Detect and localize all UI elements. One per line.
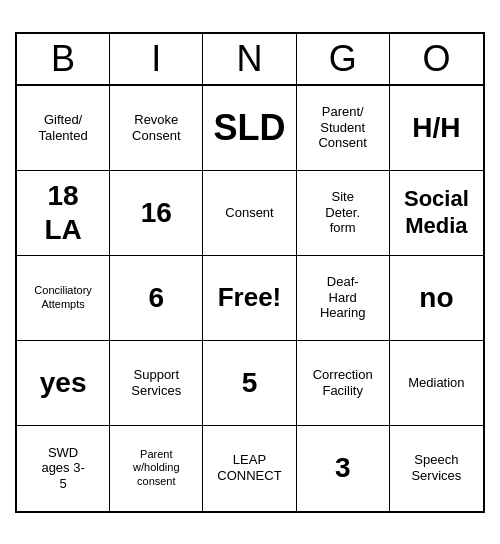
header-letter-O: O bbox=[390, 34, 483, 84]
bingo-cell-11: 6 bbox=[110, 256, 203, 341]
bingo-cell-6: 16 bbox=[110, 171, 203, 256]
header-letter-G: G bbox=[297, 34, 390, 84]
bingo-cell-5: 18LA bbox=[17, 171, 110, 256]
bingo-cell-21: Parentw/holdingconsent bbox=[110, 426, 203, 511]
header-letter-N: N bbox=[203, 34, 296, 84]
bingo-header: BINGO bbox=[17, 34, 483, 86]
bingo-cell-17: 5 bbox=[203, 341, 296, 426]
header-letter-B: B bbox=[17, 34, 110, 84]
bingo-cell-18: CorrectionFacility bbox=[297, 341, 390, 426]
bingo-cell-12: Free! bbox=[203, 256, 296, 341]
bingo-cell-9: SocialMedia bbox=[390, 171, 483, 256]
bingo-grid: Gifted/TalentedRevokeConsentSLDParent/St… bbox=[17, 86, 483, 511]
bingo-cell-15: yes bbox=[17, 341, 110, 426]
bingo-cell-1: RevokeConsent bbox=[110, 86, 203, 171]
bingo-cell-14: no bbox=[390, 256, 483, 341]
bingo-cell-22: LEAPCONNECT bbox=[203, 426, 296, 511]
bingo-cell-20: SWDages 3-5 bbox=[17, 426, 110, 511]
bingo-cell-23: 3 bbox=[297, 426, 390, 511]
bingo-cell-4: H/H bbox=[390, 86, 483, 171]
bingo-cell-19: Mediation bbox=[390, 341, 483, 426]
header-letter-I: I bbox=[110, 34, 203, 84]
bingo-cell-16: SupportServices bbox=[110, 341, 203, 426]
bingo-cell-3: Parent/StudentConsent bbox=[297, 86, 390, 171]
bingo-cell-0: Gifted/Talented bbox=[17, 86, 110, 171]
bingo-card: BINGO Gifted/TalentedRevokeConsentSLDPar… bbox=[15, 32, 485, 513]
bingo-cell-7: Consent bbox=[203, 171, 296, 256]
bingo-cell-10: ConciliatoryAttempts bbox=[17, 256, 110, 341]
bingo-cell-24: SpeechServices bbox=[390, 426, 483, 511]
bingo-cell-8: SiteDeter.form bbox=[297, 171, 390, 256]
bingo-cell-2: SLD bbox=[203, 86, 296, 171]
bingo-cell-13: Deaf-HardHearing bbox=[297, 256, 390, 341]
